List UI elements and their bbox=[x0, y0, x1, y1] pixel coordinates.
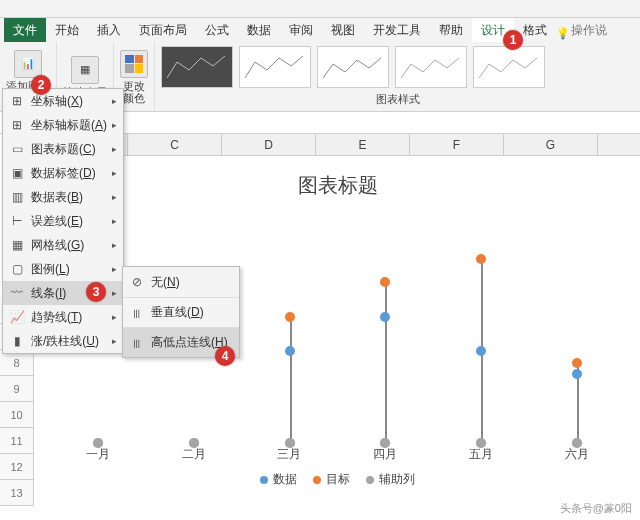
col-header[interactable]: F bbox=[410, 134, 504, 155]
tab-dev[interactable]: 开发工具 bbox=[364, 18, 430, 42]
submenu-icon: ⫼ bbox=[129, 335, 145, 351]
menu-item-2[interactable]: ▭图表标题(C)▸ bbox=[3, 137, 123, 161]
chart-style-gallery[interactable]: 图表样式 bbox=[155, 42, 640, 111]
menu-item-9[interactable]: 📈趋势线(T)▸ bbox=[3, 305, 123, 329]
menu-icon: 📈 bbox=[9, 309, 25, 325]
submenu-item-1[interactable]: ⫼垂直线(D) bbox=[123, 297, 239, 327]
menu-item-10[interactable]: ▮涨/跌柱线(U)▸ bbox=[3, 329, 123, 353]
col-header[interactable]: D bbox=[222, 134, 316, 155]
col-header[interactable]: C bbox=[128, 134, 222, 155]
color-icon bbox=[120, 50, 148, 78]
data-point[interactable] bbox=[285, 346, 295, 356]
row-header[interactable]: 11 bbox=[0, 428, 34, 454]
menu-item-4[interactable]: ▥数据表(B)▸ bbox=[3, 185, 123, 209]
submenu-icon: ⫼ bbox=[129, 305, 145, 321]
ribbon-tabs: 文件 开始 插入 页面布局 公式 数据 审阅 视图 开发工具 帮助 设计 格式 … bbox=[0, 18, 640, 42]
data-point[interactable] bbox=[380, 312, 390, 322]
chevron-right-icon: ▸ bbox=[112, 120, 117, 130]
row-header[interactable]: 13 bbox=[0, 480, 34, 506]
watermark: 头条号@篆0阳 bbox=[560, 501, 632, 516]
tab-help[interactable]: 帮助 bbox=[430, 18, 472, 42]
x-axis-label: 三月 bbox=[242, 446, 337, 463]
data-point[interactable] bbox=[572, 358, 582, 368]
menu-icon: ▮ bbox=[9, 333, 25, 349]
x-axis-label: 六月 bbox=[529, 446, 624, 463]
add-element-menu[interactable]: ⊞坐标轴(X)▸⊞坐标轴标题(A)▸▭图表标题(C)▸▣数据标签(D)▸▥数据表… bbox=[2, 88, 124, 354]
tab-home[interactable]: 开始 bbox=[46, 18, 88, 42]
callout-badge-4: 4 bbox=[215, 346, 235, 366]
col-header[interactable]: E bbox=[316, 134, 410, 155]
tab-view[interactable]: 视图 bbox=[322, 18, 364, 42]
chevron-right-icon: ▸ bbox=[112, 336, 117, 346]
menu-icon: ▢ bbox=[9, 261, 25, 277]
tab-insert[interactable]: 插入 bbox=[88, 18, 130, 42]
chevron-right-icon: ▸ bbox=[112, 312, 117, 322]
legend-item[interactable]: 数据 bbox=[260, 471, 297, 488]
chevron-right-icon: ▸ bbox=[112, 264, 117, 274]
submenu-item-0[interactable]: ⊘无(N) bbox=[123, 267, 239, 297]
tab-review[interactable]: 审阅 bbox=[280, 18, 322, 42]
row-header[interactable]: 10 bbox=[0, 402, 34, 428]
menu-item-6[interactable]: ▦网格线(G)▸ bbox=[3, 233, 123, 257]
lines-submenu[interactable]: ⊘无(N)⫼垂直线(D)⫼高低点连线(H) bbox=[122, 266, 240, 358]
menu-icon: ⊞ bbox=[9, 117, 25, 133]
row-header[interactable]: 9 bbox=[0, 376, 34, 402]
callout-badge-3: 3 bbox=[86, 282, 106, 302]
row-header[interactable]: 12 bbox=[0, 454, 34, 480]
menu-item-1[interactable]: ⊞坐标轴标题(A)▸ bbox=[3, 113, 123, 137]
quick-layout-icon: ▦ bbox=[71, 56, 99, 84]
chevron-right-icon: ▸ bbox=[112, 168, 117, 178]
data-point[interactable] bbox=[572, 369, 582, 379]
menu-item-0[interactable]: ⊞坐标轴(X)▸ bbox=[3, 89, 123, 113]
style-thumb[interactable] bbox=[317, 46, 389, 88]
x-axis-label: 一月 bbox=[50, 446, 145, 463]
menu-icon: ▥ bbox=[9, 189, 25, 205]
style-thumb[interactable] bbox=[161, 46, 233, 88]
add-element-icon: 📊 bbox=[14, 50, 42, 78]
tab-layout[interactable]: 页面布局 bbox=[130, 18, 196, 42]
data-point[interactable] bbox=[476, 254, 486, 264]
col-header[interactable]: G bbox=[504, 134, 598, 155]
x-axis-label: 五月 bbox=[433, 446, 528, 463]
menu-icon: ▦ bbox=[9, 237, 25, 253]
tab-data[interactable]: 数据 bbox=[238, 18, 280, 42]
chart-title[interactable]: 图表标题 bbox=[50, 164, 625, 213]
style-thumb[interactable] bbox=[473, 46, 545, 88]
x-axis-label: 四月 bbox=[338, 446, 433, 463]
chart-legend[interactable]: 数据 目标 辅助列 bbox=[50, 463, 625, 488]
data-point[interactable] bbox=[285, 312, 295, 322]
callout-badge-2: 2 bbox=[31, 75, 51, 95]
chevron-right-icon: ▸ bbox=[112, 96, 117, 106]
style-thumb[interactable] bbox=[395, 46, 467, 88]
chevron-right-icon: ▸ bbox=[112, 192, 117, 202]
chevron-right-icon: ▸ bbox=[112, 288, 117, 298]
tab-file[interactable]: 文件 bbox=[4, 18, 46, 42]
menu-icon: ⊞ bbox=[9, 93, 25, 109]
menu-icon: ⊢ bbox=[9, 213, 25, 229]
column-headers[interactable]: B C D E F G bbox=[34, 134, 640, 156]
menu-icon: ▣ bbox=[9, 165, 25, 181]
gallery-label: 图表样式 bbox=[161, 92, 634, 107]
submenu-icon: ⊘ bbox=[129, 274, 145, 290]
tab-formula[interactable]: 公式 bbox=[196, 18, 238, 42]
legend-item[interactable]: 目标 bbox=[313, 471, 350, 488]
chevron-right-icon: ▸ bbox=[112, 144, 117, 154]
menu-icon: ▭ bbox=[9, 141, 25, 157]
menu-item-7[interactable]: ▢图例(L)▸ bbox=[3, 257, 123, 281]
data-point[interactable] bbox=[476, 346, 486, 356]
menu-item-5[interactable]: ⊢误差线(E)▸ bbox=[3, 209, 123, 233]
tab-operate[interactable]: 操作说 bbox=[556, 18, 611, 42]
menu-item-3[interactable]: ▣数据标签(D)▸ bbox=[3, 161, 123, 185]
style-thumb[interactable] bbox=[239, 46, 311, 88]
data-point[interactable] bbox=[380, 277, 390, 287]
callout-badge-1: 1 bbox=[503, 30, 523, 50]
x-axis-label: 二月 bbox=[146, 446, 241, 463]
chevron-right-icon: ▸ bbox=[112, 216, 117, 226]
legend-item[interactable]: 辅助列 bbox=[366, 471, 415, 488]
menu-icon: 〰 bbox=[9, 285, 25, 301]
chevron-right-icon: ▸ bbox=[112, 240, 117, 250]
